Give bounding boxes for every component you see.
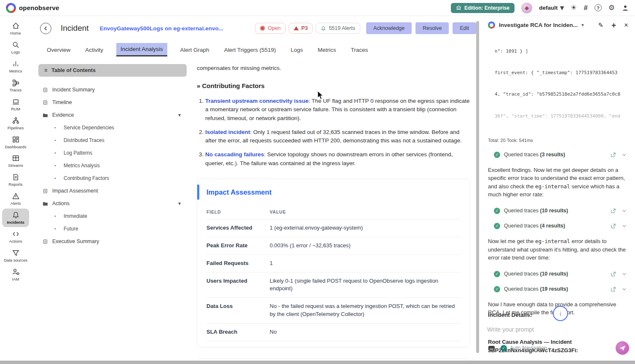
sidebar-item-actions[interactable]: Actions [2, 228, 29, 246]
toc-header[interactable]: ≡ Table of Contents [38, 64, 187, 77]
vertical-scrollbar[interactable] [476, 21, 479, 353]
chevron-down-icon[interactable]: ▾ [581, 22, 584, 28]
funnel-icon [12, 249, 20, 257]
queried-traces-row[interactable]: ✓ Queried traces (19 results) [494, 286, 628, 292]
edit-chat-icon[interactable]: ✎ [598, 22, 603, 28]
success-check-icon: ✓ [494, 271, 500, 277]
sidebar-item-streams[interactable]: Streams [2, 152, 29, 170]
sidebar-item-alerts[interactable]: Alerts [2, 190, 29, 208]
auto-navigation-label: Auto Navigation [510, 345, 547, 351]
openobserve-logo-icon [6, 3, 16, 13]
horizontal-scrollbar[interactable] [0, 361, 635, 364]
tab-overview[interactable]: Overview [45, 44, 72, 56]
theme-toggle-icon[interactable]: ☀ [571, 4, 577, 11]
sidebar-item-pipelines[interactable]: Pipelines [2, 114, 29, 133]
impact-assessment-card: Impact Assessment FIELD VALUE Services A… [197, 179, 470, 348]
queried-traces-row[interactable]: ✓ Queried traces (10 results) [494, 208, 628, 214]
queried-traces-row[interactable]: ✓ Queried traces (3 results) [494, 152, 628, 158]
bank-icon [456, 5, 461, 11]
chevron-down-icon[interactable]: ▾ [178, 112, 184, 118]
chevron-down-icon[interactable] [622, 209, 627, 213]
org-selector[interactable]: default ▾ [539, 4, 564, 11]
chevron-down-icon[interactable] [622, 272, 627, 276]
sidebar-item-incidents[interactable]: Incidents [2, 209, 29, 227]
bullet-icon: ▪ [54, 227, 59, 231]
sidebar-item-dashboards[interactable]: Dashboards [2, 133, 29, 152]
settings-gear-icon[interactable]: ⚙ [608, 4, 615, 11]
open-external-icon[interactable] [611, 286, 616, 292]
sidebar-item-home[interactable]: Home [2, 19, 29, 38]
queried-traces-row[interactable]: ✓ Queried traces (4 results) [494, 223, 628, 229]
toc-item-contributing-factors[interactable]: ▪ Contributing Factors [43, 172, 184, 185]
toc-item-log-patterns[interactable]: ▪ Log Patterns [43, 147, 184, 159]
open-external-icon[interactable] [611, 271, 616, 277]
chevron-down-icon[interactable] [622, 153, 627, 157]
priority-badge: P3 [289, 23, 313, 34]
tab-alert-triggers[interactable]: Alert Triggers (5519) [222, 44, 278, 56]
close-panel-icon[interactable]: × [624, 21, 628, 29]
sidebar-item-metrics[interactable]: Metrics [2, 57, 29, 76]
edit-button[interactable]: Edit [453, 22, 476, 34]
open-external-icon[interactable] [611, 208, 616, 214]
tab-metrics[interactable]: Metrics [316, 44, 338, 56]
avatar[interactable]: ◆ [521, 3, 532, 13]
toc-item-impact-assessment[interactable]: Impact Assessment [43, 185, 184, 197]
sidebar-item-reports[interactable]: Reports [2, 171, 29, 189]
tab-logs[interactable]: Logs [289, 44, 305, 56]
sidebar-item-iam[interactable]: IAM [2, 265, 29, 284]
resolve-button[interactable]: Resolve [415, 22, 449, 34]
tab-incident-analysis[interactable]: Incident Analysis [116, 43, 167, 56]
tab-activity[interactable]: Activity [83, 44, 105, 56]
sidebar-item-logs[interactable]: Logs [2, 38, 29, 57]
sidebar-item-data-sources[interactable]: Data sources [2, 246, 29, 265]
toc-item-incident-summary[interactable]: Incident Summary [43, 83, 184, 96]
sidebar-item-rum[interactable]: RUM [2, 95, 29, 114]
toc-item-metrics-analysis[interactable]: ▪ Metrics Analysis [43, 159, 184, 172]
open-external-icon[interactable] [611, 223, 616, 229]
toc-item-timeline[interactable]: Timeline [43, 96, 184, 109]
toc-item-future[interactable]: ▪ Future [43, 222, 184, 235]
main-content: Incident EnvoyGateway500Logs on eg-exter… [36, 16, 476, 361]
tab-bar: Overview Activity Incident Analysis Aler… [36, 42, 476, 57]
tab-traces[interactable]: Traces [349, 44, 370, 56]
acknowledge-button[interactable]: Acknowledge [366, 22, 412, 34]
chevron-down-icon[interactable]: ▾ [178, 201, 184, 206]
queried-traces-row[interactable]: ✓ Queried traces (10 results) [494, 271, 628, 277]
slack-icon[interactable]: # [584, 4, 587, 11]
impact-assessment-title: Impact Assessment [206, 186, 461, 196]
toc-item-executive-summary[interactable]: Executive Summary [43, 235, 184, 248]
chevron-down-icon[interactable] [622, 224, 627, 228]
incident-name-link[interactable]: EnvoyGateway500Logs on eg-external.envo.… [100, 25, 223, 32]
query-stats: Total: 20 Took: 541ms [488, 138, 628, 143]
sidebar-item-traces[interactable]: Traces [2, 76, 29, 95]
bullet-icon: ▪ [54, 176, 59, 180]
success-check-icon: ✓ [494, 152, 500, 158]
bullet-icon: ▪ [54, 151, 59, 155]
chevron-down-icon[interactable] [622, 287, 627, 292]
toc-item-evidence[interactable]: Evidence ▾ [43, 109, 184, 121]
toc-item-actions[interactable]: Actions ▾ [43, 197, 184, 210]
folder-icon [43, 112, 48, 118]
scroll-to-bottom-button[interactable]: ↓ [553, 306, 568, 321]
prompt-input[interactable] [487, 326, 622, 333]
rca-chat-title[interactable]: Investigate RCA for Inciden... [499, 22, 578, 28]
toc-item-service-dependencies[interactable]: ▪ Service Dependencies [43, 121, 184, 134]
tab-alert-graph[interactable]: Alert Graph [179, 44, 211, 56]
help-icon[interactable]: ? [595, 4, 602, 11]
open-external-icon[interactable] [611, 152, 616, 158]
user-icon[interactable] [622, 4, 629, 12]
doc-icon [43, 239, 48, 244]
chat-footer: ✓ Auto Navigation [488, 341, 629, 355]
new-chat-icon[interactable]: + [611, 21, 616, 29]
check-icon: ✓ [501, 345, 507, 351]
column-header-value: VALUE [270, 209, 461, 215]
priority-triangle-icon [294, 26, 299, 30]
back-button[interactable] [40, 23, 51, 34]
screenshot-icon[interactable] [488, 345, 495, 351]
alerts-count-badge[interactable]: 5519 Alerts [316, 23, 360, 34]
auto-navigation-toggle[interactable]: ✓ Auto Navigation [501, 345, 547, 351]
toc-item-immediate[interactable]: ▪ Immediate [43, 210, 184, 222]
send-button[interactable] [616, 341, 629, 355]
toc-item-distributed-traces[interactable]: ▪ Distributed Traces [43, 134, 184, 147]
edition-badge: Edition: Enterprise [451, 3, 514, 13]
